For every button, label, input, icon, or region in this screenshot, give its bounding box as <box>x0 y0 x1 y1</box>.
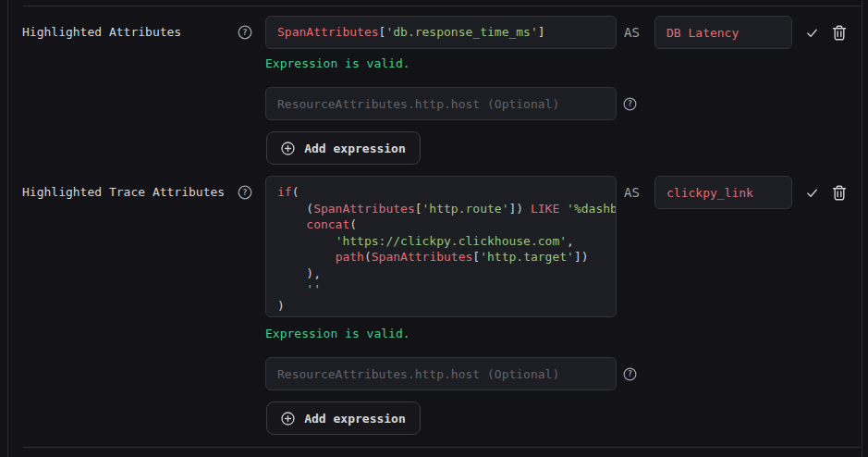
delete-trash-icon[interactable] <box>831 184 848 201</box>
bottom-divider <box>23 447 861 448</box>
svg-text:?: ? <box>628 369 632 378</box>
svg-text:?: ? <box>242 28 247 37</box>
svg-text:?: ? <box>628 99 632 108</box>
help-icon[interactable]: ? <box>623 97 637 111</box>
trace-expression-editor[interactable]: if( (SpanAttributes['http.route']) LIKE … <box>265 176 617 317</box>
top-divider <box>23 6 861 6</box>
optional-attribute-input[interactable] <box>265 87 617 120</box>
optional-attribute-input[interactable] <box>265 357 617 390</box>
as-label: AS <box>624 25 640 41</box>
add-expression-label: Add expression <box>304 142 406 155</box>
confirm-check-icon[interactable] <box>805 26 819 40</box>
help-icon[interactable]: ? <box>623 367 637 381</box>
confirm-check-icon[interactable] <box>805 186 819 200</box>
plus-circle-icon <box>281 142 295 155</box>
highlighted-trace-attributes-label: Highlighted Trace Attributes <box>22 185 225 200</box>
panel-left-border <box>7 0 8 457</box>
plus-circle-icon <box>281 412 295 426</box>
as-label: AS <box>624 185 640 201</box>
alias-input[interactable] <box>654 176 792 209</box>
attributes-settings-panel: Highlighted Attributes ? SpanAttributes[… <box>0 0 868 457</box>
panel-right-border <box>862 0 862 457</box>
add-expression-button[interactable]: Add expression <box>266 131 421 165</box>
expression-input[interactable]: SpanAttributes['db.response_time_ms'] <box>265 16 617 49</box>
svg-text:?: ? <box>242 188 247 197</box>
validation-message: Expression is valid. <box>265 327 410 340</box>
validation-message: Expression is valid. <box>265 56 410 70</box>
highlighted-attributes-label: Highlighted Attributes <box>22 25 181 40</box>
alias-input[interactable] <box>654 16 792 49</box>
help-icon[interactable]: ? <box>238 25 252 40</box>
help-icon[interactable]: ? <box>238 185 252 200</box>
add-expression-label: Add expression <box>304 412 406 426</box>
add-expression-button[interactable]: Add expression <box>266 401 421 435</box>
delete-trash-icon[interactable] <box>831 24 848 41</box>
